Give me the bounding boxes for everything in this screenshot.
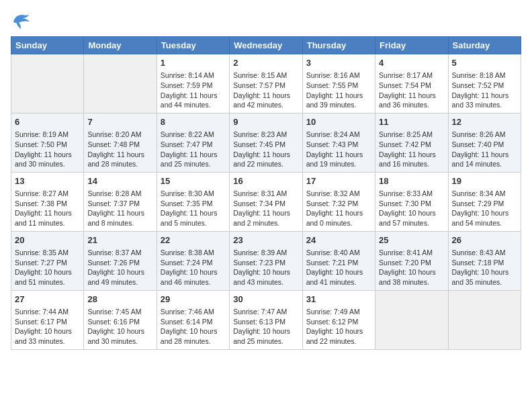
- cell-info: Sunrise: 8:24 AM Sunset: 7:43 PM Dayligh…: [306, 130, 371, 169]
- day-number: 13: [15, 175, 80, 187]
- calendar-week-1: 1Sunrise: 8:14 AM Sunset: 7:59 PM Daylig…: [11, 54, 521, 113]
- calendar-week-5: 27Sunrise: 7:44 AM Sunset: 6:17 PM Dayli…: [11, 290, 521, 349]
- calendar-cell: 11Sunrise: 8:25 AM Sunset: 7:42 PM Dayli…: [375, 113, 448, 172]
- logo-icon: [11, 11, 32, 30]
- day-number: 26: [452, 234, 517, 246]
- cell-info: Sunrise: 8:23 AM Sunset: 7:45 PM Dayligh…: [233, 130, 298, 169]
- calendar-cell: 26Sunrise: 8:43 AM Sunset: 7:18 PM Dayli…: [448, 231, 521, 290]
- day-number: 9: [233, 116, 298, 128]
- cell-info: Sunrise: 8:32 AM Sunset: 7:32 PM Dayligh…: [306, 189, 371, 228]
- calendar-cell: 22Sunrise: 8:38 AM Sunset: 7:24 PM Dayli…: [157, 231, 229, 290]
- calendar-week-4: 20Sunrise: 8:35 AM Sunset: 7:27 PM Dayli…: [11, 231, 521, 290]
- calendar-cell: 30Sunrise: 7:47 AM Sunset: 6:13 PM Dayli…: [230, 290, 302, 349]
- cell-info: Sunrise: 8:18 AM Sunset: 7:52 PM Dayligh…: [452, 71, 517, 110]
- calendar-cell: 23Sunrise: 8:39 AM Sunset: 7:23 PM Dayli…: [230, 231, 302, 290]
- cell-info: Sunrise: 8:37 AM Sunset: 7:26 PM Dayligh…: [87, 248, 152, 287]
- cell-info: Sunrise: 8:22 AM Sunset: 7:47 PM Dayligh…: [161, 130, 226, 169]
- cell-info: Sunrise: 7:46 AM Sunset: 6:14 PM Dayligh…: [161, 307, 226, 347]
- calendar-cell: 20Sunrise: 8:35 AM Sunset: 7:27 PM Dayli…: [11, 231, 84, 290]
- cell-info: Sunrise: 8:30 AM Sunset: 7:35 PM Dayligh…: [161, 189, 226, 228]
- cell-info: Sunrise: 8:31 AM Sunset: 7:34 PM Dayligh…: [233, 189, 298, 228]
- cell-info: Sunrise: 8:43 AM Sunset: 7:18 PM Dayligh…: [452, 248, 517, 287]
- day-number: 12: [452, 116, 517, 128]
- calendar-cell: 31Sunrise: 7:49 AM Sunset: 6:12 PM Dayli…: [302, 290, 375, 349]
- cell-info: Sunrise: 8:17 AM Sunset: 7:54 PM Dayligh…: [379, 71, 444, 110]
- day-number: 25: [379, 234, 444, 246]
- calendar-table: SundayMondayTuesdayWednesdayThursdayFrid…: [11, 36, 521, 350]
- day-number: 23: [233, 234, 298, 246]
- calendar-cell: 7Sunrise: 8:20 AM Sunset: 7:48 PM Daylig…: [84, 113, 157, 172]
- calendar-cell: 14Sunrise: 8:28 AM Sunset: 7:37 PM Dayli…: [84, 172, 157, 231]
- calendar-cell: 6Sunrise: 8:19 AM Sunset: 7:50 PM Daylig…: [11, 113, 84, 172]
- calendar-cell: 15Sunrise: 8:30 AM Sunset: 7:35 PM Dayli…: [157, 172, 229, 231]
- day-number: 15: [161, 175, 226, 187]
- calendar-cell: 21Sunrise: 8:37 AM Sunset: 7:26 PM Dayli…: [84, 231, 157, 290]
- column-header-wednesday: Wednesday: [230, 37, 302, 54]
- column-header-monday: Monday: [84, 37, 157, 54]
- column-header-thursday: Thursday: [302, 37, 375, 54]
- calendar-header-row: SundayMondayTuesdayWednesdayThursdayFrid…: [11, 37, 521, 54]
- calendar-cell: 29Sunrise: 7:46 AM Sunset: 6:14 PM Dayli…: [157, 290, 229, 349]
- calendar-cell: 18Sunrise: 8:33 AM Sunset: 7:30 PM Dayli…: [375, 172, 448, 231]
- calendar-cell: 2Sunrise: 8:15 AM Sunset: 7:57 PM Daylig…: [230, 54, 302, 113]
- day-number: 17: [306, 175, 371, 187]
- calendar-cell: [448, 290, 521, 349]
- day-number: 4: [379, 57, 444, 69]
- column-header-tuesday: Tuesday: [157, 37, 229, 54]
- cell-info: Sunrise: 7:44 AM Sunset: 6:17 PM Dayligh…: [15, 307, 80, 347]
- cell-info: Sunrise: 8:27 AM Sunset: 7:38 PM Dayligh…: [15, 189, 80, 228]
- day-number: 27: [15, 293, 80, 306]
- day-number: 21: [87, 234, 152, 246]
- cell-info: Sunrise: 8:28 AM Sunset: 7:37 PM Dayligh…: [87, 189, 152, 228]
- calendar-cell: 25Sunrise: 8:41 AM Sunset: 7:20 PM Dayli…: [375, 231, 448, 290]
- calendar-cell: 16Sunrise: 8:31 AM Sunset: 7:34 PM Dayli…: [230, 172, 302, 231]
- day-number: 2: [233, 57, 298, 69]
- cell-info: Sunrise: 8:39 AM Sunset: 7:23 PM Dayligh…: [233, 248, 298, 287]
- calendar-cell: 27Sunrise: 7:44 AM Sunset: 6:17 PM Dayli…: [11, 290, 84, 349]
- column-header-saturday: Saturday: [448, 37, 521, 54]
- calendar-cell: 12Sunrise: 8:26 AM Sunset: 7:40 PM Dayli…: [448, 113, 521, 172]
- cell-info: Sunrise: 8:26 AM Sunset: 7:40 PM Dayligh…: [452, 130, 517, 169]
- cell-info: Sunrise: 7:45 AM Sunset: 6:16 PM Dayligh…: [87, 307, 152, 347]
- calendar-cell: [11, 54, 84, 113]
- calendar-cell: 1Sunrise: 8:14 AM Sunset: 7:59 PM Daylig…: [157, 54, 229, 113]
- cell-info: Sunrise: 8:20 AM Sunset: 7:48 PM Dayligh…: [87, 130, 152, 169]
- day-number: 11: [379, 116, 444, 128]
- calendar-cell: 13Sunrise: 8:27 AM Sunset: 7:38 PM Dayli…: [11, 172, 84, 231]
- day-number: 6: [15, 116, 80, 128]
- calendar-cell: 28Sunrise: 7:45 AM Sunset: 6:16 PM Dayli…: [84, 290, 157, 349]
- calendar-cell: 17Sunrise: 8:32 AM Sunset: 7:32 PM Dayli…: [302, 172, 375, 231]
- day-number: 20: [15, 234, 80, 246]
- cell-info: Sunrise: 8:25 AM Sunset: 7:42 PM Dayligh…: [379, 130, 444, 169]
- calendar-week-2: 6Sunrise: 8:19 AM Sunset: 7:50 PM Daylig…: [11, 113, 521, 172]
- cell-info: Sunrise: 8:19 AM Sunset: 7:50 PM Dayligh…: [15, 130, 80, 169]
- cell-info: Sunrise: 8:14 AM Sunset: 7:59 PM Dayligh…: [161, 71, 226, 110]
- calendar-cell: 4Sunrise: 8:17 AM Sunset: 7:54 PM Daylig…: [375, 54, 448, 113]
- calendar-cell: 19Sunrise: 8:34 AM Sunset: 7:29 PM Dayli…: [448, 172, 521, 231]
- column-header-friday: Friday: [375, 37, 448, 54]
- calendar-cell: 24Sunrise: 8:40 AM Sunset: 7:21 PM Dayli…: [302, 231, 375, 290]
- cell-info: Sunrise: 8:33 AM Sunset: 7:30 PM Dayligh…: [379, 189, 444, 228]
- cell-info: Sunrise: 8:38 AM Sunset: 7:24 PM Dayligh…: [161, 248, 226, 287]
- day-number: 28: [87, 293, 152, 306]
- calendar-week-3: 13Sunrise: 8:27 AM Sunset: 7:38 PM Dayli…: [11, 172, 521, 231]
- cell-info: Sunrise: 8:34 AM Sunset: 7:29 PM Dayligh…: [452, 189, 517, 228]
- cell-info: Sunrise: 8:40 AM Sunset: 7:21 PM Dayligh…: [306, 248, 371, 287]
- day-number: 24: [306, 234, 371, 246]
- day-number: 5: [452, 57, 517, 69]
- cell-info: Sunrise: 8:15 AM Sunset: 7:57 PM Dayligh…: [233, 71, 298, 110]
- logo: [11, 11, 35, 30]
- day-number: 14: [87, 175, 152, 187]
- day-number: 8: [161, 116, 226, 128]
- calendar-cell: 8Sunrise: 8:22 AM Sunset: 7:47 PM Daylig…: [157, 113, 229, 172]
- column-header-sunday: Sunday: [11, 37, 84, 54]
- day-number: 10: [306, 116, 371, 128]
- calendar-cell: 5Sunrise: 8:18 AM Sunset: 7:52 PM Daylig…: [448, 54, 521, 113]
- day-number: 7: [87, 116, 152, 128]
- day-number: 29: [161, 293, 226, 306]
- day-number: 1: [161, 57, 226, 69]
- cell-info: Sunrise: 8:41 AM Sunset: 7:20 PM Dayligh…: [379, 248, 444, 287]
- cell-info: Sunrise: 7:47 AM Sunset: 6:13 PM Dayligh…: [233, 307, 298, 347]
- calendar-cell: [375, 290, 448, 349]
- cell-info: Sunrise: 7:49 AM Sunset: 6:12 PM Dayligh…: [306, 307, 371, 347]
